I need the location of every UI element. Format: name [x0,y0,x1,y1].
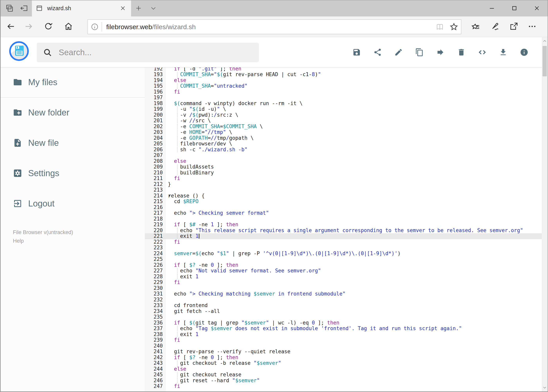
code-line[interactable]: 220 echo "This release script requires a… [145,228,542,233]
code-line[interactable]: 194 else [145,77,542,83]
code-line[interactable]: 222 fi [145,239,542,245]
code-line[interactable]: 237 echo "Tag $semver does not exist in … [145,326,542,331]
file-browser-logo[interactable] [9,41,29,61]
code-line[interactable]: 196 fi [145,89,542,95]
code-line[interactable]: 231 echo "> Checking matching $semver in… [145,291,542,297]
delete-button[interactable] [457,44,466,61]
code-line[interactable]: 216 [145,204,542,210]
code-line[interactable]: 228 exit 1 [145,274,542,280]
scroll-up-button[interactable] [542,37,548,45]
code-line[interactable]: 226 if [ $? -ne 0 ]; then [145,262,542,268]
code-view-button[interactable] [478,44,486,61]
code-line[interactable]: 214▾release () { [145,193,542,199]
tab-list-button[interactable] [147,0,160,16]
help-link[interactable]: Help [13,237,73,245]
sidebar-item-logout[interactable]: Logout [0,193,145,214]
code-line[interactable]: 193 COMMIT_SHA="$(git rev-parse HEAD | c… [145,72,542,77]
code-line[interactable]: 202 -e COMMIT_SHA=$COMMIT_SHA \ [145,124,542,130]
code-line[interactable]: 224 semver=$(echo "$1" | grep -P '^v(0|[… [145,251,542,257]
minimize-button[interactable] [480,0,503,16]
code-line[interactable]: 197 [145,95,542,101]
info-button[interactable] [520,44,528,61]
code-line[interactable]: 233 cd frontend [145,302,542,308]
maximize-button[interactable] [503,0,526,16]
move-button[interactable] [436,44,445,61]
code-line[interactable]: 206 sh -c "./wizard.sh -b" [145,147,542,153]
tab-close-button[interactable] [118,4,127,13]
refresh-button[interactable] [40,18,56,35]
address-bar[interactable]: filebrowser.web/files/wizard.sh [87,19,461,34]
code-line[interactable]: 242 if [ $? -ne 0 ]; then [145,355,542,360]
code-line[interactable]: 201 -w //src \ [145,118,542,124]
annotate-button[interactable] [486,18,503,35]
search-box[interactable] [37,43,259,62]
code-line[interactable]: 219 if [ $# -ne 1 ]; then [145,222,542,228]
save-button[interactable] [352,44,361,61]
page-scrollbar[interactable] [542,37,548,392]
code-line[interactable]: 240 [145,343,542,349]
code-line[interactable]: 223 [145,245,542,251]
code-line[interactable]: 232 [145,297,542,303]
code-line[interactable]: 225 [145,256,542,262]
code-line[interactable]: 230 [145,285,542,291]
sidebar-item-my-files[interactable]: My files [0,71,145,93]
code-line[interactable]: 227 echo "Not valid semver format. See s… [145,268,542,274]
site-info-button[interactable] [88,23,102,31]
code-line[interactable]: 235 [145,314,542,320]
code-line[interactable]: 244 else [145,366,542,372]
code-line[interactable]: 210 buildBinary [145,170,542,176]
search-input[interactable] [58,48,235,57]
code-line[interactable]: 195 COMMIT_SHA="untracked" [145,83,542,89]
code-line[interactable]: 209 buildAssets [145,164,542,170]
hub-favorites-button[interactable] [468,18,484,35]
scroll-down-button[interactable] [542,384,548,392]
edit-button[interactable] [394,44,403,61]
set-tabs-aside-button[interactable] [17,0,31,16]
code-line[interactable]: 192 if [ -d ".git" ]; then [145,68,542,72]
code-line[interactable]: 218 [145,216,542,222]
code-line[interactable]: 200 -v /$(pwd):/src:z \ [145,112,542,118]
code-line[interactable]: 236 if [ $(git tag | grep "$semver" | wc… [145,320,542,326]
code-line[interactable]: 199 -u "$(id -u)" \ [145,106,542,112]
code-line[interactable]: 212} [145,182,542,187]
sidebar-item-settings[interactable]: Settings [0,162,145,184]
download-button[interactable] [499,44,507,61]
code-line[interactable]: 211 fi [145,175,542,182]
code-line[interactable]: 243 git checkout -b release "$semver" [145,360,542,366]
code-line[interactable]: 198 $(command -v winpty) docker run --rm… [145,101,542,106]
code-line[interactable]: 215 cd $REPO [145,199,542,204]
code-line[interactable]: 221 exit 1 [145,233,542,239]
code-line[interactable]: 241 git rev-parse --verify --quiet relea… [145,349,542,355]
code-line[interactable]: 217 echo "> Checking semver format" [145,210,542,216]
close-window-button[interactable] [526,0,548,16]
home-button[interactable] [60,18,77,35]
code-line[interactable]: 238 exit 1 [145,331,542,337]
share-button[interactable] [506,18,522,35]
code-line[interactable]: 245 git checkout release [145,372,542,378]
code-line[interactable]: 229 fi [145,280,542,285]
code-line[interactable]: 203 -e HOME="//tmp" \ [145,129,542,135]
code-line[interactable]: 208 else [145,158,542,164]
scrollbar-thumb[interactable] [542,46,547,76]
code-line[interactable]: 246 git reset --hard "$semver" [145,378,542,384]
code-line[interactable]: 247 fi [145,383,542,389]
back-button[interactable] [3,18,19,35]
browser-tab[interactable]: wizard.sh [32,0,131,16]
sidebar-item-new-file[interactable]: New file [0,132,145,154]
add-favorite-button[interactable] [447,20,461,34]
code-line[interactable]: 204 -e GOPATH=//tmp/gopath \ [145,135,542,141]
code-line[interactable]: 205 filebrowser/dev \ [145,141,542,147]
settings-menu-button[interactable] [524,18,540,35]
code-line[interactable]: 207 [145,153,542,158]
code-line[interactable]: 239 fi [145,337,542,343]
code-editor[interactable]: 192 if [ -d ".git" ]; then193 COMMIT_SHA… [145,68,542,392]
forward-button[interactable] [20,18,37,35]
sidebar-item-new-folder[interactable]: New folder [0,102,145,123]
tab-preview-button[interactable] [2,0,16,16]
code-line[interactable]: 213 [145,187,542,193]
copy-button[interactable] [415,44,424,61]
new-tab-button[interactable] [132,0,145,16]
share-file-button[interactable] [373,44,382,61]
reading-view-button[interactable] [433,20,447,34]
code-line[interactable]: 234 git fetch --all [145,308,542,314]
